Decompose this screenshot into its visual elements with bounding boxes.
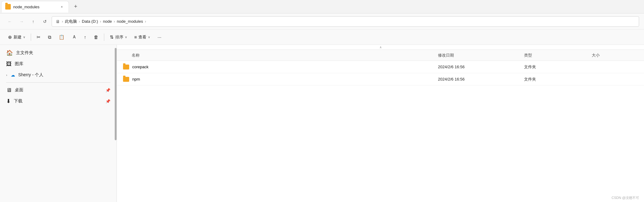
col-header-name: 名称 bbox=[123, 53, 438, 58]
tab-folder-icon bbox=[5, 4, 11, 10]
more-button[interactable]: ··· bbox=[154, 32, 165, 42]
breadcrumb-node[interactable]: node bbox=[103, 19, 112, 24]
npm-folder-icon bbox=[123, 77, 129, 82]
copy-button[interactable]: ⧉ bbox=[45, 32, 54, 42]
cloud-icon: ☁ bbox=[11, 73, 15, 77]
onedrive-expand-icon: › bbox=[6, 73, 7, 77]
downloads-pin-icon: 📌 bbox=[105, 99, 110, 104]
delete-icon: 🗑 bbox=[94, 34, 98, 40]
sidebar-desktop-label: 桌面 bbox=[15, 87, 23, 93]
delete-button[interactable]: 🗑 bbox=[91, 32, 101, 42]
watermark-text: CSDN @没翅不可 bbox=[612, 196, 639, 200]
sidebar-downloads-label: 下载 bbox=[14, 98, 22, 104]
up-button[interactable]: ↑ bbox=[28, 17, 38, 26]
sort-icon: ⇅ bbox=[110, 34, 114, 40]
sidebar-item-downloads[interactable]: ⬇ 下载 📌 bbox=[0, 96, 117, 107]
sep-4: › bbox=[145, 19, 146, 24]
npm-type: 文件夹 bbox=[524, 77, 592, 82]
breadcrumb-computer[interactable]: 此电脑 bbox=[65, 19, 77, 24]
share-button[interactable]: ↑ bbox=[81, 32, 89, 42]
toolbar-sep-2 bbox=[104, 34, 104, 41]
sep-2: › bbox=[100, 19, 101, 24]
corepack-name: corepack bbox=[132, 65, 149, 69]
sidebar-gallery-label: 图库 bbox=[15, 61, 23, 67]
sidebar-divider bbox=[6, 82, 110, 83]
file-name-npm: npm bbox=[123, 77, 438, 82]
up-icon: ↑ bbox=[32, 19, 34, 24]
rename-icon: Ａ bbox=[72, 34, 77, 40]
view-chevron: ∨ bbox=[148, 35, 150, 39]
sep-3: › bbox=[114, 19, 115, 24]
desktop-icon: 🖥 bbox=[6, 87, 12, 93]
tab-close-button[interactable]: × bbox=[59, 4, 65, 10]
toolbar-sep-1 bbox=[31, 34, 31, 41]
share-icon: ↑ bbox=[84, 34, 86, 40]
gallery-icon: 🖼 bbox=[6, 61, 12, 67]
sep-0: › bbox=[62, 19, 63, 24]
desktop-pin-icon: 📌 bbox=[105, 88, 110, 93]
new-chevron: ∨ bbox=[23, 35, 25, 39]
tab-node-modules[interactable]: node_modules × bbox=[1, 1, 69, 13]
address-bar[interactable]: 🖥 › 此电脑 › Data (D:) › node › node_module… bbox=[52, 16, 639, 27]
sidebar-scrollbar-thumb bbox=[115, 48, 117, 140]
sep-1: › bbox=[79, 19, 80, 24]
forward-icon: → bbox=[19, 19, 24, 24]
paste-icon: 📋 bbox=[59, 34, 65, 40]
view-icon: ≡ bbox=[134, 34, 137, 40]
view-label: 查看 bbox=[138, 34, 146, 40]
back-icon: ← bbox=[8, 19, 12, 24]
sidebar-onedrive-label: Sherry - 个人 bbox=[18, 72, 43, 78]
rename-button[interactable]: Ａ bbox=[69, 32, 80, 42]
col-header-type: 类型 bbox=[524, 53, 592, 58]
copy-icon: ⧉ bbox=[48, 34, 51, 40]
home-icon: 🏠 bbox=[6, 50, 13, 56]
col-header-date: 修改日期 bbox=[438, 53, 524, 58]
refresh-icon: ↺ bbox=[43, 19, 47, 24]
new-icon: ⊕ bbox=[8, 34, 12, 40]
file-area: ∧ 名称 修改日期 类型 大小 corepack 2024/2/6 16:56 … bbox=[117, 45, 644, 202]
new-label: 新建 bbox=[14, 34, 22, 40]
sidebar-home-label: 主文件夹 bbox=[16, 50, 33, 56]
sort-caret-icon: ∧ bbox=[380, 46, 382, 49]
corepack-date: 2024/2/6 16:56 bbox=[438, 65, 524, 69]
refresh-button[interactable]: ↺ bbox=[40, 17, 50, 26]
sort-indicator: ∧ bbox=[117, 45, 644, 50]
toolbar: ⊕ 新建 ∨ ✂ ⧉ 📋 Ａ ↑ 🗑 ⇅ 排序 ∨ ≡ 查看 ∨ ··· bbox=[0, 30, 644, 45]
paste-button[interactable]: 📋 bbox=[56, 32, 68, 42]
corepack-folder-icon bbox=[123, 65, 129, 69]
download-icon: ⬇ bbox=[6, 98, 11, 105]
file-name-corepack: corepack bbox=[123, 65, 438, 69]
sidebar-item-onedrive[interactable]: › ☁ Sherry - 个人 bbox=[0, 69, 117, 81]
computer-icon: 🖥 bbox=[56, 19, 60, 24]
file-header: 名称 修改日期 类型 大小 bbox=[117, 50, 644, 61]
sidebar-scrollbar-track[interactable] bbox=[114, 45, 117, 202]
col-header-size: 大小 bbox=[592, 53, 638, 58]
forward-button[interactable]: → bbox=[17, 17, 26, 26]
sidebar-item-home[interactable]: 🏠 主文件夹 bbox=[0, 47, 117, 58]
corepack-type: 文件夹 bbox=[524, 64, 592, 70]
sort-button[interactable]: ⇅ 排序 ∨ bbox=[107, 32, 130, 42]
new-tab-button[interactable]: + bbox=[70, 1, 81, 12]
cut-icon: ✂ bbox=[37, 34, 41, 40]
back-button[interactable]: ← bbox=[5, 17, 15, 26]
tab-bar: node_modules × + bbox=[0, 0, 644, 14]
npm-date: 2024/2/6 16:56 bbox=[438, 77, 524, 81]
sort-chevron: ∨ bbox=[125, 35, 127, 39]
tab-title: node_modules bbox=[13, 5, 56, 9]
cut-button[interactable]: ✂ bbox=[34, 32, 44, 42]
breadcrumb-node-modules[interactable]: node_modules bbox=[117, 19, 143, 24]
address-bar-row: ← → ↑ ↺ 🖥 › 此电脑 › Data (D:) › node › nod… bbox=[0, 14, 644, 30]
watermark: CSDN @没翅不可 bbox=[612, 196, 639, 200]
breadcrumb-drive[interactable]: Data (D:) bbox=[82, 19, 98, 24]
more-icon: ··· bbox=[157, 34, 161, 40]
main-content: 🏠 主文件夹 🖼 图库 › ☁ Sherry - 个人 🖥 桌面 📌 ⬇ 下载 … bbox=[0, 45, 644, 202]
new-button[interactable]: ⊕ 新建 ∨ bbox=[5, 32, 28, 42]
npm-name: npm bbox=[132, 77, 140, 81]
sidebar-item-gallery[interactable]: 🖼 图库 bbox=[0, 58, 117, 69]
file-row-corepack[interactable]: corepack 2024/2/6 16:56 文件夹 bbox=[117, 61, 644, 73]
view-button[interactable]: ≡ 查看 ∨ bbox=[131, 32, 153, 42]
file-row-npm[interactable]: npm 2024/2/6 16:56 文件夹 bbox=[117, 73, 644, 85]
sidebar: 🏠 主文件夹 🖼 图库 › ☁ Sherry - 个人 🖥 桌面 📌 ⬇ 下载 … bbox=[0, 45, 117, 202]
sidebar-item-desktop[interactable]: 🖥 桌面 📌 bbox=[0, 85, 117, 96]
sort-label: 排序 bbox=[115, 34, 123, 40]
